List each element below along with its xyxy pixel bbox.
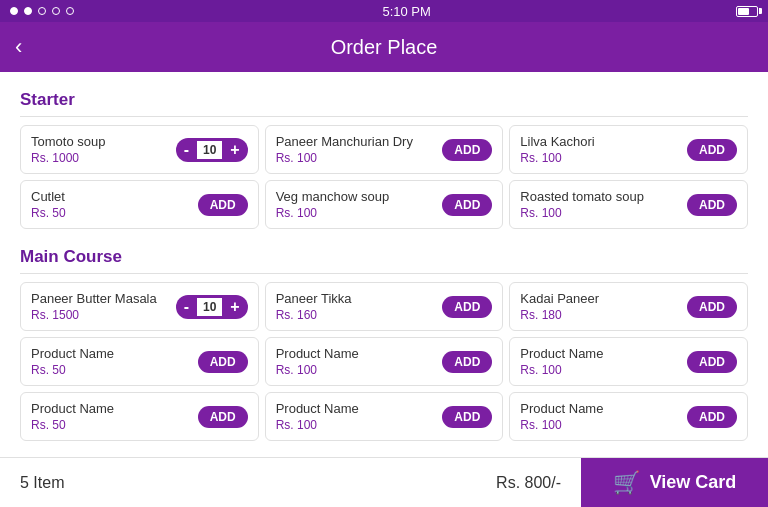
qty-value: 10 (197, 298, 222, 316)
item-name: Veg manchow soup (276, 189, 443, 204)
item-info: Product NameRs. 100 (520, 401, 687, 432)
item-card-product-4: Product NameRs. 50ADD (20, 392, 259, 441)
add-button-lilva-kachori[interactable]: ADD (687, 139, 737, 161)
item-name: Product Name (276, 346, 443, 361)
qty-minus-button[interactable]: - (176, 138, 197, 162)
qty-minus-button[interactable]: - (176, 295, 197, 319)
cart-icon: 🛒 (613, 470, 640, 496)
add-button-product-6[interactable]: ADD (687, 406, 737, 428)
add-button-cutlet[interactable]: ADD (198, 194, 248, 216)
item-name: Product Name (520, 346, 687, 361)
item-info: Roasted tomato soupRs. 100 (520, 189, 687, 220)
item-price: Rs. 180 (520, 308, 687, 322)
item-name: Product Name (276, 401, 443, 416)
section-title-main-course: Main Course (20, 239, 748, 274)
item-info: Paneer TikkaRs. 160 (276, 291, 443, 322)
item-price: Rs. 50 (31, 206, 198, 220)
add-button-product-3[interactable]: ADD (687, 351, 737, 373)
item-price: Rs. 100 (520, 363, 687, 377)
item-info: CutletRs. 50 (31, 189, 198, 220)
item-price: Rs. 1500 (31, 308, 176, 322)
view-card-label: View Card (650, 472, 737, 493)
total-amount: Rs. 800/- (496, 474, 581, 492)
item-price: Rs. 100 (520, 151, 687, 165)
item-info: Lilva KachoriRs. 100 (520, 134, 687, 165)
qty-plus-button[interactable]: + (222, 138, 247, 162)
item-card-product-3: Product NameRs. 100ADD (509, 337, 748, 386)
item-card-product-1: Product NameRs. 50ADD (20, 337, 259, 386)
item-price: Rs. 100 (276, 363, 443, 377)
item-card-veg-manchow: Veg manchow soupRs. 100ADD (265, 180, 504, 229)
item-card-product-2: Product NameRs. 100ADD (265, 337, 504, 386)
status-bar: 5:10 PM (0, 0, 768, 22)
add-button-product-5[interactable]: ADD (442, 406, 492, 428)
battery-icon (736, 6, 758, 17)
content-area: StarterTomoto soupRs. 1000-10+Paneer Man… (0, 72, 768, 457)
status-time: 5:10 PM (382, 4, 430, 19)
item-card-kadai-paneer: Kadai PaneerRs. 180ADD (509, 282, 748, 331)
view-card-button[interactable]: 🛒 View Card (581, 458, 768, 507)
section-title-starter: Starter (20, 82, 748, 117)
page-title: Order Place (331, 36, 438, 59)
item-name: Paneer Tikka (276, 291, 443, 306)
item-info: Paneer Manchurian DryRs. 100 (276, 134, 443, 165)
item-name: Paneer Butter Masala (31, 291, 176, 306)
item-price: Rs. 50 (31, 418, 198, 432)
add-button-paneer-tikka[interactable]: ADD (442, 296, 492, 318)
item-price: Rs. 50 (31, 363, 198, 377)
add-button-paneer-manchurian[interactable]: ADD (442, 139, 492, 161)
item-card-paneer-butter: Paneer Butter MasalaRs. 1500-10+ (20, 282, 259, 331)
bottom-bar: 5 Item Rs. 800/- 🛒 View Card (0, 457, 768, 507)
qty-value: 10 (197, 141, 222, 159)
add-button-veg-manchow[interactable]: ADD (442, 194, 492, 216)
item-name: Lilva Kachori (520, 134, 687, 149)
item-price: Rs. 100 (520, 206, 687, 220)
add-button-roasted-tomato[interactable]: ADD (687, 194, 737, 216)
item-price: Rs. 100 (520, 418, 687, 432)
qty-control: -10+ (176, 295, 248, 319)
item-card-lilva-kachori: Lilva KachoriRs. 100ADD (509, 125, 748, 174)
section-starter: StarterTomoto soupRs. 1000-10+Paneer Man… (20, 82, 748, 229)
item-card-cutlet: CutletRs. 50ADD (20, 180, 259, 229)
item-info: Product NameRs. 100 (276, 346, 443, 377)
item-name: Product Name (520, 401, 687, 416)
item-price: Rs. 160 (276, 308, 443, 322)
item-info: Product NameRs. 100 (276, 401, 443, 432)
item-count: 5 Item (0, 474, 496, 492)
item-name: Roasted tomato soup (520, 189, 687, 204)
item-card-roasted-tomato: Roasted tomato soupRs. 100ADD (509, 180, 748, 229)
add-button-product-1[interactable]: ADD (198, 351, 248, 373)
item-card-paneer-tikka: Paneer TikkaRs. 160ADD (265, 282, 504, 331)
item-info: Product NameRs. 100 (520, 346, 687, 377)
item-name: Product Name (31, 346, 198, 361)
add-button-product-2[interactable]: ADD (442, 351, 492, 373)
item-card-product-5: Product NameRs. 100ADD (265, 392, 504, 441)
item-name: Cutlet (31, 189, 198, 204)
item-price: Rs. 100 (276, 151, 443, 165)
item-info: Paneer Butter MasalaRs. 1500 (31, 291, 176, 322)
items-grid-main-course: Paneer Butter MasalaRs. 1500-10+Paneer T… (20, 282, 748, 441)
signal-dots (10, 5, 77, 17)
item-price: Rs. 100 (276, 206, 443, 220)
item-name: Product Name (31, 401, 198, 416)
item-info: Product NameRs. 50 (31, 346, 198, 377)
add-button-kadai-paneer[interactable]: ADD (687, 296, 737, 318)
item-card-tomoto-soup: Tomoto soupRs. 1000-10+ (20, 125, 259, 174)
item-info: Veg manchow soupRs. 100 (276, 189, 443, 220)
add-button-product-4[interactable]: ADD (198, 406, 248, 428)
item-price: Rs. 100 (276, 418, 443, 432)
item-name: Kadai Paneer (520, 291, 687, 306)
qty-plus-button[interactable]: + (222, 295, 247, 319)
item-card-product-6: Product NameRs. 100ADD (509, 392, 748, 441)
header: ‹ Order Place (0, 22, 768, 72)
qty-control: -10+ (176, 138, 248, 162)
item-price: Rs. 1000 (31, 151, 176, 165)
item-info: Tomoto soupRs. 1000 (31, 134, 176, 165)
item-name: Tomoto soup (31, 134, 176, 149)
item-card-paneer-manchurian: Paneer Manchurian DryRs. 100ADD (265, 125, 504, 174)
items-grid-starter: Tomoto soupRs. 1000-10+Paneer Manchurian… (20, 125, 748, 229)
item-info: Product NameRs. 50 (31, 401, 198, 432)
section-main-course: Main CoursePaneer Butter MasalaRs. 1500-… (20, 239, 748, 441)
item-info: Kadai PaneerRs. 180 (520, 291, 687, 322)
back-button[interactable]: ‹ (15, 34, 22, 60)
